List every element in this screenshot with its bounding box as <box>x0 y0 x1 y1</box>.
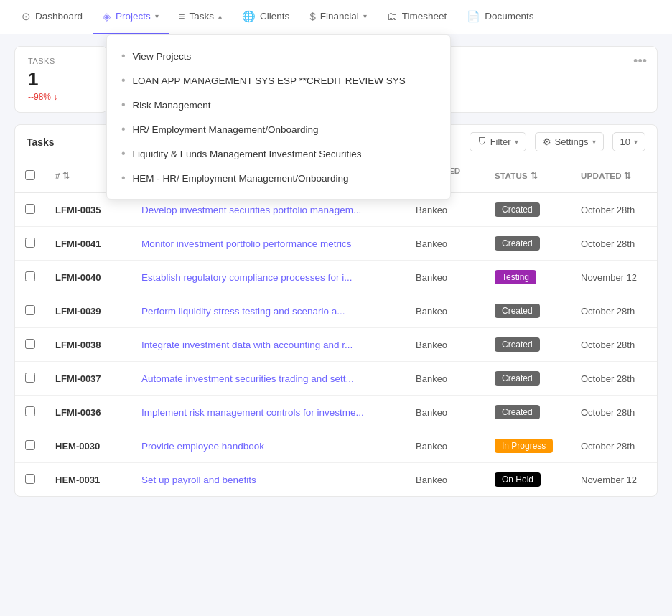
table-row: LFMI-0038 Integrate investment data with… <box>15 328 657 362</box>
row-id: HEM-0030 <box>55 441 100 452</box>
row-assigned-cell: Bankeo <box>406 396 485 429</box>
status-badge[interactable]: Created <box>495 304 540 318</box>
row-task-name[interactable]: Develop investment securities portfolio … <box>141 205 361 215</box>
row-checkbox[interactable] <box>25 339 35 349</box>
nav-clients[interactable]: 🌐 Clients <box>232 0 299 34</box>
row-checkbox[interactable] <box>25 238 35 248</box>
row-status-cell: Testing <box>485 261 571 294</box>
nav-timesheet-label: Timesheet <box>402 11 447 22</box>
row-task-name[interactable]: Implement risk management controls for i… <box>141 407 364 418</box>
row-task-name[interactable]: Perform liquidity stress testing and sce… <box>141 306 345 317</box>
row-checkbox[interactable] <box>25 305 35 315</box>
row-checkbox[interactable] <box>25 440 35 450</box>
row-updated-cell: October 28th <box>571 193 657 227</box>
status-badge[interactable]: Created <box>495 236 540 251</box>
row-updated-cell: October 28th <box>571 362 657 396</box>
row-assigned-to: Bankeo <box>416 306 447 317</box>
row-id-cell: HEM-0030 <box>45 429 131 463</box>
dropdown-risk-mgmt[interactable]: • Risk Management <box>107 93 450 117</box>
table-row: LFMI-0040 Establish regulatory complianc… <box>15 261 657 294</box>
card-menu-button[interactable]: ••• <box>627 51 653 72</box>
row-checkbox-cell <box>15 463 45 497</box>
row-id: HEM-0031 <box>55 475 100 485</box>
row-assigned-cell: Bankeo <box>406 294 485 328</box>
dropdown-item-label: Liquidity & Funds Management Investment … <box>133 149 362 159</box>
row-id-cell: HEM-0031 <box>45 463 131 497</box>
status-badge[interactable]: Testing <box>495 270 536 284</box>
row-id-cell: LFMI-0039 <box>45 294 131 328</box>
status-badge[interactable]: Created <box>495 371 540 386</box>
row-assigned-to: Bankeo <box>416 238 447 249</box>
dropdown-loan-app[interactable]: • LOAN APP MANAGEMENT SYS ESP **CREDIT R… <box>107 68 450 93</box>
status-badge[interactable]: In Progress <box>495 439 553 453</box>
settings-chevron-icon: ▾ <box>592 138 596 146</box>
page-size-button[interactable]: 10 ▾ <box>612 132 645 151</box>
row-checkbox[interactable] <box>25 406 35 416</box>
row-task-name[interactable]: Provide employee handbook <box>141 441 264 452</box>
row-task-name[interactable]: Monitor investment portfolio performance… <box>141 238 352 249</box>
row-checkbox-cell <box>15 227 45 261</box>
projects-chevron-icon: ▾ <box>155 12 159 20</box>
settings-label: Settings <box>555 136 589 147</box>
status-badge[interactable]: Created <box>495 202 540 217</box>
nav-timesheet[interactable]: 🗂 Timesheet <box>377 0 457 34</box>
table-row: LFMI-0041 Monitor investment portfolio p… <box>15 227 657 261</box>
settings-button[interactable]: ⚙ Settings ▾ <box>535 132 604 151</box>
nav-projects[interactable]: ◈ Projects ▾ <box>93 0 169 34</box>
nav-tasks[interactable]: ≡ Tasks ▴ <box>169 0 232 34</box>
row-task-name[interactable]: Set up payroll and benefits <box>141 475 256 485</box>
row-id: LFMI-0040 <box>55 272 101 283</box>
clients-icon: 🌐 <box>242 10 256 23</box>
nav-documents[interactable]: 📄 Documents <box>457 0 543 34</box>
row-assigned-cell: Bankeo <box>406 429 485 463</box>
row-updated-date: October 28th <box>581 306 635 317</box>
row-task-name[interactable]: Automate investment securities trading a… <box>141 373 354 384</box>
row-id: LFMI-0041 <box>55 238 101 249</box>
row-name-cell: Establish regulatory compliance processe… <box>131 261 406 294</box>
filter-button[interactable]: ⛉ Filter ▾ <box>470 132 526 151</box>
status-badge[interactable]: On Hold <box>495 472 541 487</box>
row-status-cell: Created <box>485 362 571 396</box>
status-badge[interactable]: Created <box>495 337 540 352</box>
row-task-name[interactable]: Establish regulatory compliance processe… <box>141 272 352 283</box>
financial-chevron-icon: ▾ <box>363 12 367 20</box>
row-task-name[interactable]: Integrate investment data with accountin… <box>141 340 353 350</box>
dropdown-hem-hr[interactable]: • HEM - HR/ Employment Management/Onboar… <box>107 166 450 190</box>
col-header-updated[interactable]: UPDATED ⇅ <box>571 159 657 193</box>
timesheet-icon: 🗂 <box>387 10 398 22</box>
row-updated-cell: November 12 <box>571 261 657 294</box>
financial-icon: $ <box>309 10 315 22</box>
dropdown-liquidity[interactable]: • Liquidity & Funds Management Investmen… <box>107 141 450 166</box>
row-checkbox[interactable] <box>25 373 35 383</box>
status-badge[interactable]: Created <box>495 405 540 419</box>
row-assigned-to: Bankeo <box>416 272 447 283</box>
row-name-cell: Perform liquidity stress testing and sce… <box>131 294 406 328</box>
tasks-stats-label: TASKS <box>28 57 94 65</box>
bullet-icon: • <box>121 172 126 184</box>
tasks-stats-value: 1 <box>28 68 94 90</box>
table-row: LFMI-0036 Implement risk management cont… <box>15 396 657 429</box>
row-name-cell: Set up payroll and benefits <box>131 463 406 497</box>
row-id-cell: LFMI-0038 <box>45 328 131 362</box>
bullet-icon: • <box>121 99 126 111</box>
row-name-cell: Implement risk management controls for i… <box>131 396 406 429</box>
projects-icon: ◈ <box>103 10 111 23</box>
bullet-icon: • <box>121 75 126 86</box>
dropdown-view-projects[interactable]: • View Projects <box>107 44 450 68</box>
col-header-status[interactable]: STATUS ⇅ <box>485 159 571 193</box>
row-updated-date: October 28th <box>581 205 635 215</box>
row-checkbox[interactable] <box>25 474 35 484</box>
row-name-cell: Integrate investment data with accountin… <box>131 328 406 362</box>
bullet-icon: • <box>121 50 126 62</box>
row-updated-date: October 28th <box>581 441 635 452</box>
dropdown-hr-employment[interactable]: • HR/ Employment Management/Onboarding <box>107 117 450 141</box>
row-checkbox[interactable] <box>25 271 35 281</box>
nav-dashboard[interactable]: ⊙ Dashboard <box>11 0 93 34</box>
nav-financial[interactable]: $ Financial ▾ <box>299 0 376 34</box>
row-checkbox[interactable] <box>25 204 35 214</box>
select-all-checkbox[interactable] <box>25 170 35 180</box>
row-status-cell: On Hold <box>485 463 571 497</box>
row-name-cell: Automate investment securities trading a… <box>131 362 406 396</box>
nav-clients-label: Clients <box>260 11 289 22</box>
nav-financial-label: Financial <box>320 11 359 22</box>
